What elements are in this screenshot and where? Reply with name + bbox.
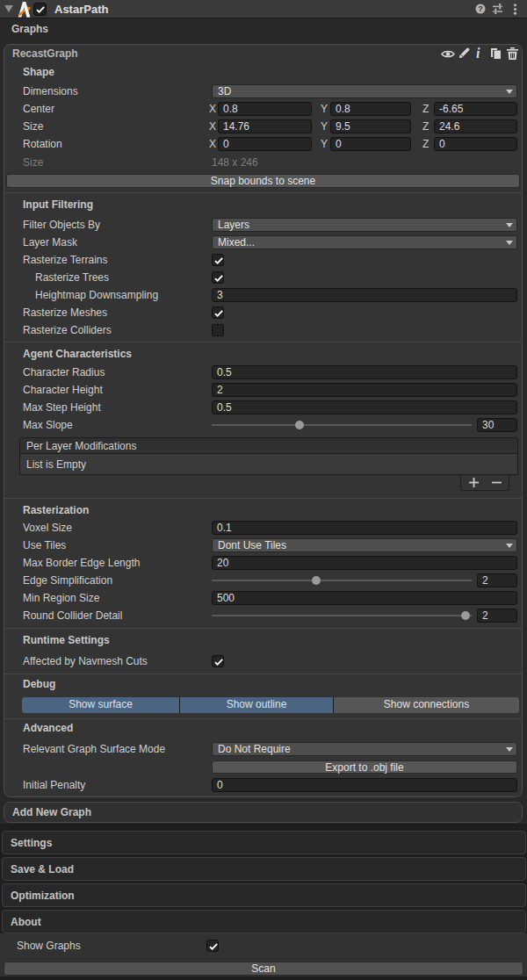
svg-text:?: ? [478,4,483,13]
